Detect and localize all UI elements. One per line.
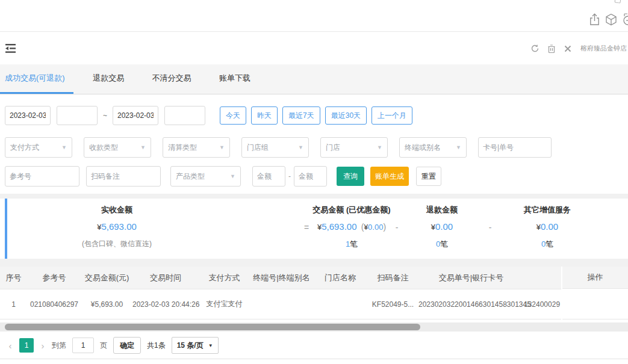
product-type-select[interactable]: 产品类型 xyxy=(170,166,241,187)
column-header: 扫码备注 xyxy=(367,273,418,283)
cell-amount: ¥5,693.00 xyxy=(81,300,132,309)
cube-icon[interactable] xyxy=(605,13,617,26)
summary-value-added: 其它增值服务 ¥0.00 0笔 xyxy=(496,199,598,259)
quick-range-7days-button[interactable]: 最近7天 xyxy=(282,106,320,125)
goto-page-input[interactable] xyxy=(72,338,94,353)
chevron-down-icon xyxy=(219,144,225,150)
cell-pay-method: 支付宝支付 xyxy=(199,299,250,309)
column-header: 终端号|终端别名 xyxy=(250,273,313,283)
summary-minus-2: - xyxy=(485,223,495,232)
summary-transaction: 交易金额 (已优惠金额) ¥5,693.00 (¥0.00) 1笔 xyxy=(300,199,403,259)
quick-range-today-button[interactable]: 今天 xyxy=(220,106,246,125)
card-or-order-no-input[interactable] xyxy=(478,137,552,158)
amount-separator: - xyxy=(288,172,291,180)
quick-range-yesterday-button[interactable]: 昨天 xyxy=(251,106,278,125)
cell-time: 2023-02-03 20:44:26 xyxy=(132,300,199,309)
chevron-down-icon xyxy=(298,144,303,150)
pagination-bar: 1 到第 页 确定 共1条 15 条/页 xyxy=(0,332,628,359)
trash-icon[interactable] xyxy=(548,45,555,53)
goto-unit: 页 xyxy=(100,341,107,351)
top-strip xyxy=(0,0,628,32)
clipped-circle-icon[interactable] xyxy=(623,13,628,26)
tab-success-transactions[interactable]: 成功交易(可退款) xyxy=(0,64,73,94)
chevron-right-icon[interactable] xyxy=(40,341,46,351)
search-button[interactable]: 查询 xyxy=(337,167,364,186)
page-size-select[interactable]: 15 条/页 xyxy=(172,337,219,354)
scan-note-input[interactable] xyxy=(86,166,161,187)
table-header-row: 序号 参考号 交易金额(元) 交易时间 支付方式 终端号|终端别名 门店名称 扫… xyxy=(0,267,628,289)
end-date-input[interactable] xyxy=(113,106,158,125)
chevron-down-icon xyxy=(230,173,235,179)
store-select[interactable]: 门店 xyxy=(320,137,388,158)
column-header-action: 操作 xyxy=(562,267,628,289)
chevron-down-icon xyxy=(61,144,67,150)
column-header: 序号 xyxy=(0,273,27,283)
settle-type-select[interactable]: 清算类型 xyxy=(163,137,230,158)
chevron-down-icon xyxy=(140,144,146,150)
chevron-down-icon xyxy=(377,144,382,150)
terminal-select[interactable]: 终端或别名 xyxy=(399,137,467,158)
divider xyxy=(0,194,628,199)
generate-bill-button[interactable]: 账单生成 xyxy=(370,167,409,186)
chevron-down-icon xyxy=(208,343,213,348)
page-number-button[interactable]: 1 xyxy=(19,338,34,353)
table-row: 1 021080406297 ¥5,693.00 2023-02-03 20:4… xyxy=(0,289,628,319)
store-group-select[interactable]: 门店组 xyxy=(241,137,309,158)
cell-scan-note: KF52049-5... xyxy=(367,300,418,309)
collapse-menu-icon[interactable] xyxy=(5,44,16,55)
tab-unsettled-transactions[interactable]: 不清分交易 xyxy=(144,64,200,92)
divider xyxy=(0,259,628,267)
filter-panel: ~ 今天 昨天 最近7天 最近30天 上一个月 支付方式 收款类型 清算类型 门… xyxy=(0,94,628,194)
tab-bill-download[interactable]: 账单下载 xyxy=(211,64,259,92)
amount-min-input[interactable] xyxy=(252,166,285,187)
quick-range-30days-button[interactable]: 最近30天 xyxy=(325,106,367,125)
cell-transaction-no: 2023020322001466301458301345 xyxy=(418,300,524,309)
quick-range-lastmonth-button[interactable]: 上一个月 xyxy=(372,106,412,125)
column-header: 交易单号|银行卡号 xyxy=(418,273,524,283)
share-icon[interactable] xyxy=(589,13,600,25)
cell-reference-no: 021080406297 xyxy=(27,300,81,309)
clipped-corner-glyph xyxy=(614,0,621,4)
chevron-left-icon[interactable] xyxy=(7,341,13,351)
horizontal-scrollbar-thumb[interactable] xyxy=(5,324,420,330)
goto-label: 到第 xyxy=(52,341,66,351)
date-range-separator: ~ xyxy=(103,111,107,120)
summary-panel: 实收金额 ¥5,693.00 (包含口碑、微信直连) = 交易金额 (已优惠金额… xyxy=(5,199,628,259)
column-header: 支付方式 xyxy=(199,273,250,283)
refresh-icon[interactable] xyxy=(531,45,539,52)
column-header: 参考号 xyxy=(27,273,81,283)
transaction-tabs: 成功交易(可退款) 退款交易 不清分交易 账单下载 xyxy=(0,64,628,94)
cell-index: 1 xyxy=(0,300,27,309)
start-date-input[interactable] xyxy=(5,106,51,125)
total-count: 共1条 xyxy=(147,341,166,351)
column-header: 交易时间 xyxy=(132,273,199,283)
confirm-button[interactable]: 确定 xyxy=(113,337,141,354)
action-column: 操作 xyxy=(561,267,628,319)
pay-method-select[interactable]: 支付方式 xyxy=(5,137,72,158)
summary-received: 实收金额 ¥5,693.00 (包含口碑、微信直连) xyxy=(26,199,207,259)
page-toolbar: 榕府臻品金钟店 xyxy=(0,32,628,64)
start-time-input[interactable] xyxy=(57,106,98,125)
summary-refund: 退款金额 ¥0.00 0笔 xyxy=(397,199,487,259)
amount-max-input[interactable] xyxy=(294,166,327,187)
action-cell xyxy=(562,289,628,319)
summary-received-note: (包含口碑、微信直连) xyxy=(26,239,207,249)
reset-button[interactable]: 重置 xyxy=(416,167,441,186)
column-header: 门店名称 xyxy=(313,273,367,283)
column-header: 交易金额(元) xyxy=(81,273,132,283)
end-time-input[interactable] xyxy=(164,106,205,125)
chevron-down-icon xyxy=(456,144,461,150)
collect-type-select[interactable]: 收款类型 xyxy=(84,137,151,158)
reference-no-input[interactable] xyxy=(5,166,79,187)
store-name: 榕府臻品金钟店 xyxy=(580,44,627,53)
tab-refund-transactions[interactable]: 退款交易 xyxy=(84,64,132,92)
close-x-icon[interactable] xyxy=(564,45,571,52)
